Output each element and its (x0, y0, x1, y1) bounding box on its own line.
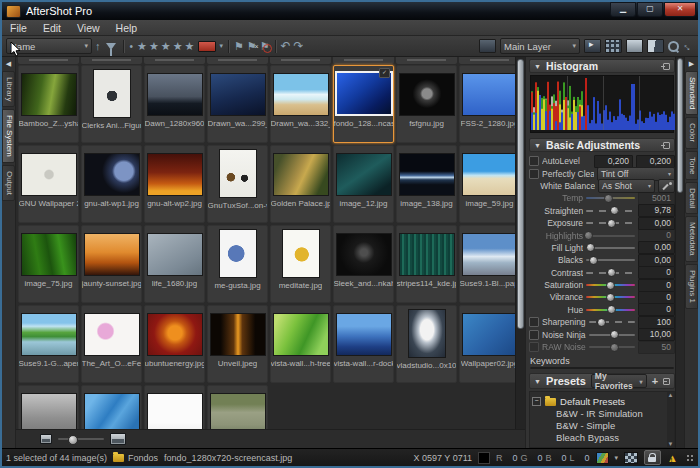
thumbnail-cell[interactable]: stripes114_kde.jpg (396, 225, 457, 303)
filter-icon[interactable] (106, 43, 116, 50)
blacks-value[interactable]: 0,00 (638, 254, 675, 267)
temp-slider-knob[interactable] (604, 194, 613, 203)
rating-none-icon[interactable]: • (130, 41, 134, 52)
contrast-value[interactable]: 0 (638, 266, 675, 279)
menu-file[interactable]: File (2, 20, 35, 35)
thumbnail-cell[interactable]: Suse9.1-Bl...papers.jpg (459, 225, 520, 303)
thumbnail-cell[interactable]: image_138.jpg (396, 145, 457, 223)
thumbnail-cell[interactable]: Golden Palace.jpg (270, 145, 331, 223)
sort-ascending-icon[interactable]: ↑ (95, 39, 101, 53)
white-balance-dropdown[interactable]: As Shot▾ (598, 179, 655, 193)
raw-noise-value[interactable]: 50 (638, 341, 675, 354)
perfectly-clear-checkbox[interactable] (529, 169, 539, 179)
thumbnail-cell[interactable]: vista-wall...h-tree.jpg (270, 305, 331, 383)
thumbnail-size-slider[interactable] (58, 438, 104, 440)
highlights-value[interactable]: 0 (638, 229, 675, 242)
exposure-slider[interactable] (586, 222, 635, 224)
thumbnail-cell[interactable]: Bamboo_Z...ysha.jpg (18, 65, 79, 143)
thumbnail-cell[interactable]: GnuTuxSof...on-v1.jpg (207, 145, 268, 223)
straighten-slider-knob[interactable] (610, 206, 619, 215)
thumbnail-size-knob[interactable] (68, 435, 78, 445)
layers-icon[interactable] (479, 39, 496, 53)
sidebar-tab-output[interactable]: Output (2, 165, 15, 201)
star-icon-1[interactable]: ★ (137, 40, 148, 53)
grid-scrollbar-thumb[interactable] (517, 59, 524, 329)
collapse-right-icon[interactable]: ▶ (689, 60, 694, 68)
saturation-slider[interactable] (586, 284, 635, 286)
presets-scrollbar[interactable]: ▲ ▼ (667, 392, 674, 447)
raw-noise-slider-knob[interactable] (610, 343, 619, 352)
star-icon-3[interactable]: ★ (161, 40, 172, 53)
blacks-slider[interactable] (586, 259, 635, 261)
fill-light-value[interactable]: 0,00 (638, 241, 675, 254)
sharpening-slider[interactable] (589, 321, 635, 323)
menu-view[interactable]: View (69, 20, 108, 35)
raw-noise-slider[interactable] (589, 346, 635, 348)
thumbnail-cell[interactable]: meditate.jpg (270, 225, 331, 303)
exposure-value[interactable]: 0,00 (638, 217, 675, 230)
thumbnail-cell[interactable]: ✓fondo_128...ncast.jpg (333, 65, 394, 143)
thumbnail-cell[interactable] (81, 385, 142, 429)
collapse-icon[interactable]: ▼ (534, 142, 541, 149)
white-balance-dropper-icon[interactable] (658, 179, 675, 193)
basic-adjustments-header[interactable]: ▼ Basic Adjustments (529, 138, 675, 152)
panel-tab-detail[interactable]: Detail (685, 182, 698, 214)
thumbnail-cell[interactable]: image_12.jpg (333, 145, 394, 223)
collapse-left-icon[interactable]: ◀ (6, 60, 11, 68)
vibrance-slider[interactable] (586, 296, 635, 298)
thumbnail-cell[interactable]: GNU Wallpaper 2.jpg (18, 145, 79, 223)
star-icon-2[interactable]: ★ (149, 40, 160, 53)
exposure-slider-knob[interactable] (607, 219, 616, 228)
resize-grip[interactable] (686, 454, 694, 462)
panel-tab-metadata[interactable]: Metadata (685, 216, 698, 261)
title-bar[interactable]: AfterShot Pro ▁ ▢ ✕ (2, 2, 698, 20)
noise-ninja-slider[interactable] (589, 334, 635, 336)
thumbnail-cell[interactable]: Suse9.1-G...apers.jpg (18, 305, 79, 383)
pin-icon[interactable] (661, 62, 670, 71)
flag-reject-icon[interactable]: ⚑ (260, 39, 270, 53)
sidebar-tab-file-system[interactable]: File System (2, 109, 15, 163)
straighten-value[interactable]: 9,78 (638, 204, 675, 217)
layer-selector-dropdown[interactable]: Main Layer ▾ (500, 38, 580, 54)
close-button[interactable]: ✕ (664, 2, 696, 17)
noise-ninja-slider-knob[interactable] (610, 330, 619, 339)
sidebar-tab-library[interactable]: Library (2, 71, 15, 107)
color-management-icon[interactable] (596, 452, 609, 464)
thumbnail-cell[interactable]: fsfgnu.jpg (396, 65, 457, 143)
soft-proof-icon[interactable] (624, 452, 638, 464)
panel-tab-standard[interactable]: Standard (685, 71, 698, 115)
histogram-header[interactable]: ▼ Histogram (529, 59, 675, 73)
menu-edit[interactable]: Edit (35, 20, 69, 35)
thumbnail-cell[interactable]: Unveil.jpeg (207, 305, 268, 383)
collapse-icon[interactable]: ▼ (534, 378, 541, 385)
thumbnail-cell[interactable]: image_75.jpg (18, 225, 79, 303)
flag-clear-icon[interactable]: ⚑ (247, 39, 257, 53)
autolevel-high-value[interactable]: 0,200 (636, 155, 675, 168)
temp-slider[interactable] (586, 197, 635, 199)
noise-ninja-value[interactable]: 10,00 (638, 328, 675, 341)
pin-icon[interactable] (661, 141, 670, 150)
thumbnail-cell[interactable] (18, 385, 79, 429)
thumbnail-cell[interactable] (207, 385, 268, 429)
preset-folder-row[interactable]: − Default Presets (532, 395, 672, 408)
saturation-value[interactable]: 0 (638, 279, 675, 292)
rotate-right-icon[interactable]: ↷ (294, 39, 304, 53)
thumbnail-view-icon[interactable] (605, 39, 622, 53)
blacks-slider-knob[interactable] (589, 256, 598, 265)
contrast-slider[interactable] (586, 272, 635, 274)
noise-ninja-checkbox[interactable] (529, 330, 539, 340)
hue-slider[interactable] (586, 309, 635, 311)
thumbnail-cell[interactable]: gnu-alt-wp1.jpg (81, 145, 142, 223)
thumbnail-cell[interactable]: FSS-2_1280.jpg (459, 65, 520, 143)
preset-item[interactable]: B&W - Simple (532, 420, 672, 432)
sharpening-value[interactable]: 100 (638, 316, 675, 329)
saturation-slider-knob[interactable] (606, 281, 615, 290)
thumbnail-cell[interactable]: Dawn_1280x960.jpg (144, 65, 205, 143)
sort-by-dropdown[interactable]: Name ▾ (6, 38, 92, 54)
thumbnail-cell[interactable]: ubuntuenergy.jpg (144, 305, 205, 383)
sharpening-slider-knob[interactable] (597, 318, 606, 327)
thumbnail-cell[interactable]: Clerks Ani...Figure.jpg (81, 65, 142, 143)
star-icon-4[interactable]: ★ (173, 40, 184, 53)
fill-light-slider[interactable] (586, 247, 635, 249)
star-icon-5[interactable]: ★ (185, 40, 196, 53)
